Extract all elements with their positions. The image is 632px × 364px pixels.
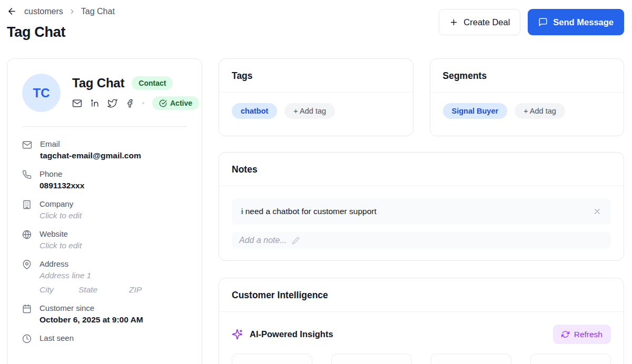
create-deal-button[interactable]: Create Deal xyxy=(439,9,520,35)
map-pin-icon xyxy=(22,260,32,295)
refresh-icon xyxy=(561,330,569,338)
add-segment-button[interactable]: + Add tag xyxy=(515,103,565,119)
chat-bubble-icon xyxy=(538,17,548,27)
customer-since-label: Customer since xyxy=(39,304,143,312)
note-text: i need a chatbot for customer support xyxy=(241,207,377,216)
segment-chip[interactable]: Signal Buyer xyxy=(443,103,508,119)
profile-card: TC Tag Chat Contact xyxy=(7,58,202,364)
tags-title: Tags xyxy=(219,59,413,93)
field-email: Email tagchat-email@gmail.com xyxy=(22,139,187,160)
breadcrumb-parent[interactable]: customers xyxy=(24,7,63,16)
insight-metric-box xyxy=(530,353,611,364)
ai-insights-title: AI-Powered Insights xyxy=(250,329,333,339)
address-line2: City State ZIP xyxy=(39,285,142,295)
last-seen-label: Last seen xyxy=(39,333,74,342)
send-message-button[interactable]: Send Message xyxy=(528,9,624,35)
status-badge: Active xyxy=(152,96,199,110)
building-icon xyxy=(22,200,32,220)
send-message-label: Send Message xyxy=(553,17,614,27)
company-edit-placeholder[interactable]: Click to edit xyxy=(39,211,82,220)
profile-divider xyxy=(22,126,187,127)
email-value[interactable]: tagchat-email@gmail.com xyxy=(40,151,141,160)
add-tag-button[interactable]: + Add tag xyxy=(284,103,335,119)
customer-detail-page: customers Tag Chat Tag Chat Create Deal … xyxy=(0,0,632,364)
sparkles-icon xyxy=(232,329,243,340)
segments-list: Signal Buyer + Add tag xyxy=(430,93,624,129)
note-item: i need a chatbot for customer support xyxy=(232,198,611,225)
website-label: Website xyxy=(39,229,82,238)
segments-card: Segments Signal Buyer + Add tag xyxy=(430,58,625,136)
company-label: Company xyxy=(39,199,82,208)
customer-intelligence-title: Customer Intelligence xyxy=(219,278,624,312)
address-line1-placeholder[interactable]: Address line 1 xyxy=(39,271,142,280)
insight-metric-box xyxy=(232,353,312,364)
state-placeholder[interactable]: State xyxy=(78,285,129,295)
globe-icon xyxy=(22,230,32,250)
field-company: Company Click to edit xyxy=(22,199,187,220)
chevron-right-icon xyxy=(68,8,76,15)
clock-icon xyxy=(22,334,32,343)
back-arrow-icon[interactable] xyxy=(7,6,17,16)
status-badge-label: Active xyxy=(170,99,192,107)
tags-list: chatbot + Add tag xyxy=(219,93,413,129)
top-actions: Create Deal Send Message xyxy=(439,9,624,35)
city-placeholder[interactable]: City xyxy=(39,285,78,295)
avatar: TC xyxy=(22,74,61,112)
social-links: Active xyxy=(72,96,199,110)
check-circle-icon xyxy=(159,99,167,107)
customer-intelligence-card: Customer Intelligence AI-Powered Insight… xyxy=(219,278,624,364)
refresh-button[interactable]: Refresh xyxy=(553,325,611,344)
refresh-label: Refresh xyxy=(574,330,603,339)
profile-fields: Email tagchat-email@gmail.com Phone 0891… xyxy=(22,139,187,343)
separator-dot xyxy=(142,102,144,104)
breadcrumb-current: Tag Chat xyxy=(81,7,115,16)
pencil-icon xyxy=(292,237,300,245)
intelligence-body: AI-Powered Insights Refresh xyxy=(219,312,624,364)
email-icon[interactable] xyxy=(72,98,82,108)
field-phone: Phone 0891132xxx xyxy=(22,169,187,190)
insight-metric-box xyxy=(431,353,511,364)
main-column: Tags chatbot + Add tag Segments Signal B… xyxy=(219,58,624,364)
phone-label: Phone xyxy=(39,169,84,178)
linkedin-icon[interactable] xyxy=(90,98,100,108)
phone-value[interactable]: 0891132xxx xyxy=(39,181,84,190)
twitter-icon[interactable] xyxy=(107,98,117,108)
add-note-input[interactable]: Add a note... xyxy=(232,232,611,249)
tag-chip[interactable]: chatbot xyxy=(232,103,277,119)
notes-title: Notes xyxy=(219,153,624,186)
customer-since-value: October 6, 2025 at 9:00 AM xyxy=(39,315,143,325)
address-label: Address xyxy=(39,259,142,268)
insight-metrics xyxy=(232,353,611,364)
segments-title: Segments xyxy=(430,59,624,93)
plus-icon xyxy=(449,18,458,27)
field-customer-since: Customer since October 6, 2025 at 9:00 A… xyxy=(22,304,187,325)
insight-metric-box xyxy=(331,353,412,364)
profile-name: Tag Chat xyxy=(72,76,124,90)
website-edit-placeholder[interactable]: Click to edit xyxy=(39,241,82,250)
tags-card: Tags chatbot + Add tag xyxy=(219,58,413,136)
email-label: Email xyxy=(40,139,141,148)
field-last-seen: Last seen xyxy=(22,333,187,343)
facebook-icon[interactable] xyxy=(125,99,134,108)
field-website: Website Click to edit xyxy=(22,229,187,250)
content: TC Tag Chat Contact xyxy=(7,58,624,364)
create-deal-label: Create Deal xyxy=(463,17,510,27)
notes-card: Notes i need a chatbot for customer supp… xyxy=(219,152,624,261)
profile-header: TC Tag Chat Contact xyxy=(22,74,187,112)
field-address: Address Address line 1 City State ZIP xyxy=(22,259,187,295)
delete-note-icon[interactable] xyxy=(593,207,601,216)
add-note-placeholder: Add a note... xyxy=(239,236,287,245)
zip-placeholder[interactable]: ZIP xyxy=(129,285,142,295)
contact-type-badge: Contact xyxy=(132,76,173,90)
notes-body: i need a chatbot for customer support Ad… xyxy=(219,186,624,260)
phone-icon xyxy=(22,170,32,190)
calendar-icon xyxy=(22,304,32,325)
envelope-icon xyxy=(22,140,32,160)
